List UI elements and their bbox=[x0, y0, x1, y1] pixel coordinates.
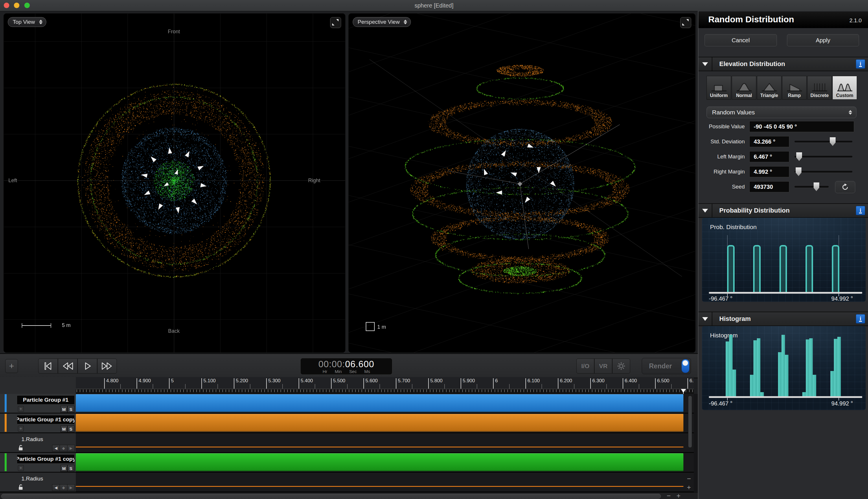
perspective-viewport[interactable]: Perspective View 1 m bbox=[348, 13, 695, 353]
dist-type-ramp-button[interactable]: .f{fill:rgba(140,140,140,.6);stroke:#eee… bbox=[782, 76, 807, 100]
random-distribution-panel: Random Distribution 2.1.0 Cancel Apply E… bbox=[698, 11, 868, 499]
dist-type-discrete-button[interactable]: .f{fill:rgba(140,140,140,.6);stroke:#eee… bbox=[807, 76, 832, 100]
info-button[interactable]: i bbox=[856, 314, 865, 324]
probability-distribution-chart[interactable]: Prob. Distribution-96.467 °94.992 ° bbox=[702, 218, 866, 302]
clip-bar[interactable] bbox=[76, 414, 683, 432]
ruler-major-tick bbox=[396, 378, 397, 389]
solo-button[interactable]: S bbox=[67, 425, 74, 433]
info-button[interactable]: i bbox=[856, 206, 865, 215]
render-group: Render bbox=[642, 358, 691, 374]
add-keyframe-button[interactable]: ◆ bbox=[60, 445, 67, 451]
mute-button[interactable]: M bbox=[61, 465, 67, 472]
automation-curve[interactable] bbox=[76, 447, 683, 448]
ruler-minor-tick bbox=[433, 390, 433, 392]
render-button[interactable]: Render bbox=[649, 362, 672, 370]
param-slider[interactable] bbox=[794, 186, 829, 188]
slider-thumb[interactable] bbox=[796, 167, 802, 176]
clip-bar[interactable] bbox=[76, 394, 683, 412]
ruler-minor-tick bbox=[125, 390, 126, 392]
ruler-minor-tick bbox=[462, 390, 463, 392]
go-to-start-button[interactable] bbox=[38, 358, 58, 374]
play-button[interactable] bbox=[77, 358, 97, 374]
render-toggle[interactable] bbox=[681, 359, 690, 373]
track-name-box[interactable]: Particle Group #1 bbox=[17, 395, 75, 405]
timeline-zoom-out-button[interactable]: − bbox=[667, 493, 671, 498]
disclosure-button[interactable] bbox=[699, 57, 712, 71]
slider-thumb[interactable] bbox=[796, 152, 802, 161]
dist-type-normal-button[interactable]: .f{fill:rgba(140,140,140,.6);stroke:#eee… bbox=[732, 76, 756, 100]
slider-thumb[interactable] bbox=[814, 182, 819, 191]
ruler-tick-label: 5.600 bbox=[365, 378, 378, 384]
transport-bar: + 00:00:06.600 HrMinS bbox=[0, 353, 698, 378]
cancel-button[interactable]: Cancel bbox=[705, 34, 777, 46]
scale-bar-label: 5 m bbox=[62, 322, 71, 328]
param-value-field[interactable]: 493730 bbox=[750, 181, 789, 192]
clip-bar[interactable] bbox=[76, 453, 683, 471]
perspective-view-canvas bbox=[349, 14, 695, 352]
track-name-box[interactable]: Particle Group #1 copy bbox=[17, 415, 75, 424]
dist-type-triangle-button[interactable]: .f{fill:rgba(140,140,140,.6);stroke:#eee… bbox=[757, 76, 781, 100]
timeline-ruler[interactable]: 4.8004.90055.1005.2005.3005.4005.5005.60… bbox=[76, 377, 694, 394]
value-mode-select[interactable]: Random Values bbox=[706, 107, 856, 118]
histogram-bar bbox=[760, 392, 764, 396]
fast-forward-button[interactable] bbox=[97, 358, 117, 374]
mute-button[interactable]: M bbox=[61, 425, 67, 433]
dist-type-custom-button[interactable]: .f{fill:rgba(140,140,140,.6);stroke:#1c1… bbox=[832, 76, 857, 100]
lock-icon[interactable] bbox=[17, 444, 24, 451]
tracks-zoom-in-button[interactable]: + bbox=[687, 485, 691, 490]
apply-button[interactable]: Apply bbox=[787, 34, 859, 46]
rewind-button[interactable] bbox=[58, 358, 77, 374]
solo-button[interactable]: S bbox=[67, 406, 74, 413]
param-value-field[interactable]: 4.992 ° bbox=[750, 166, 789, 177]
time-display[interactable]: 00:00:06.600 HrMinSecMs bbox=[300, 358, 392, 375]
lock-icon[interactable] bbox=[17, 484, 24, 490]
seed-refresh-button[interactable] bbox=[835, 181, 855, 193]
top-viewport[interactable]: Top View Front Back Left Right 5 m bbox=[3, 13, 345, 353]
timeline-zoom-in-button[interactable]: + bbox=[677, 493, 680, 498]
track-name-box[interactable]: Particle Group #1 copy bbox=[17, 454, 75, 464]
add-track-button[interactable]: + bbox=[5, 359, 18, 373]
param-value-field[interactable]: 43.266 ° bbox=[750, 136, 789, 147]
gear-icon bbox=[617, 362, 625, 370]
tracks-vscrollbar[interactable] bbox=[688, 395, 692, 448]
maximize-viewport-button[interactable] bbox=[680, 17, 691, 28]
settings-button[interactable] bbox=[612, 358, 630, 374]
ruler-minor-tick bbox=[118, 390, 119, 392]
add-parameter-button[interactable]: + bbox=[18, 465, 24, 471]
solo-button[interactable]: S bbox=[67, 465, 74, 472]
disclosure-button[interactable] bbox=[699, 312, 712, 326]
param-slider[interactable] bbox=[794, 171, 852, 173]
dist-type-uniform-button[interactable]: .f{fill:rgba(140,140,140,.6);stroke:#eee… bbox=[706, 76, 731, 100]
ruler-major-tick bbox=[622, 378, 623, 389]
perspective-view-selector[interactable]: Perspective View bbox=[353, 17, 411, 27]
io-button[interactable]: I/O bbox=[576, 358, 594, 374]
mute-button[interactable]: M bbox=[61, 406, 67, 413]
prev-keyframe-button[interactable]: ◀ bbox=[52, 484, 60, 491]
add-keyframe-button[interactable]: ◆ bbox=[60, 484, 67, 491]
ruler-minor-tick bbox=[268, 390, 268, 392]
slider-thumb[interactable] bbox=[830, 137, 835, 146]
disclosure-button[interactable] bbox=[699, 204, 712, 217]
ruler-minor-tick bbox=[303, 390, 304, 392]
next-keyframe-button[interactable]: ▶ bbox=[67, 445, 75, 451]
top-view-selector[interactable]: Top View bbox=[8, 17, 46, 27]
param-value-field[interactable]: 6.467 ° bbox=[750, 151, 789, 162]
next-keyframe-button[interactable]: ▶ bbox=[67, 484, 75, 491]
add-parameter-button[interactable]: + bbox=[18, 406, 24, 412]
ruler-half-tick bbox=[185, 384, 186, 389]
automation-curve[interactable] bbox=[76, 486, 683, 487]
ruler-minor-tick bbox=[151, 390, 151, 392]
hscroll-thumb[interactable] bbox=[1, 494, 661, 499]
tracks-zoom-out-button[interactable]: − bbox=[687, 476, 691, 481]
param-slider[interactable] bbox=[794, 156, 852, 158]
ruler-tick-label: 5.300 bbox=[268, 378, 281, 384]
info-button[interactable]: i bbox=[856, 59, 865, 69]
maximize-viewport-button[interactable] bbox=[330, 17, 341, 28]
ruler-minor-tick bbox=[595, 390, 595, 392]
add-parameter-button[interactable]: + bbox=[18, 426, 24, 431]
param-value-field[interactable]: -90 -45 0 45 90 ° bbox=[750, 121, 854, 132]
prev-keyframe-button[interactable]: ◀ bbox=[52, 445, 60, 451]
vr-button[interactable]: VR bbox=[594, 358, 612, 374]
fast-forward-icon bbox=[100, 361, 114, 371]
param-slider[interactable] bbox=[794, 141, 852, 143]
